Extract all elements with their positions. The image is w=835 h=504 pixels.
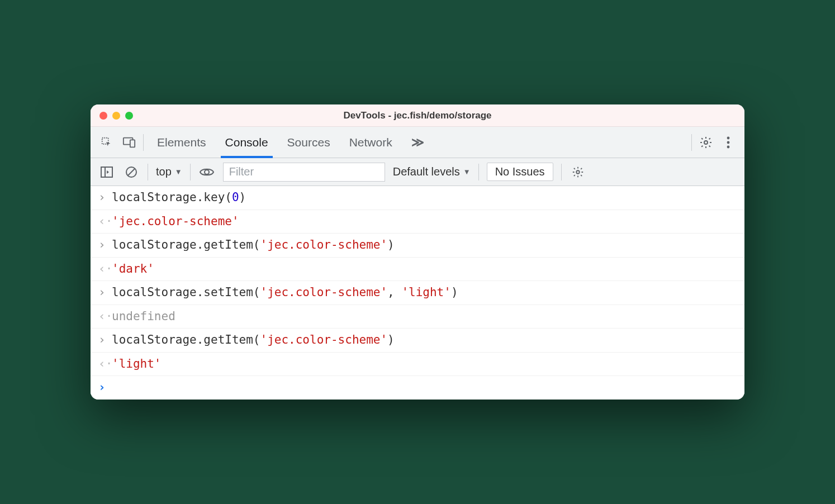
svg-point-3 bbox=[704, 141, 708, 144]
console-row: ‹·'jec.color-scheme' bbox=[91, 210, 744, 234]
close-window-button[interactable] bbox=[99, 112, 107, 120]
svg-rect-2 bbox=[130, 140, 135, 147]
input-marker-icon: › bbox=[98, 284, 112, 302]
console-row: ›localStorage.setItem('jec.color-scheme'… bbox=[91, 281, 744, 305]
console-row: ‹·'dark' bbox=[91, 258, 744, 282]
titlebar: DevTools - jec.fish/demo/storage bbox=[91, 104, 744, 127]
console-line: 'light' bbox=[112, 355, 737, 373]
console-toolbar: top ▼ Default levels ▼ No Issues bbox=[91, 158, 744, 186]
console-line: localStorage.getItem('jec.color-scheme') bbox=[112, 236, 737, 254]
main-toolbar: Elements Console Sources Network ≫ bbox=[91, 127, 744, 158]
svg-point-12 bbox=[576, 170, 580, 174]
devtools-window: DevTools - jec.fish/demo/storage Element… bbox=[91, 104, 744, 400]
console-line: 'dark' bbox=[112, 260, 737, 278]
console-input-line[interactable] bbox=[112, 379, 737, 397]
toggle-sidebar-icon[interactable] bbox=[98, 164, 115, 180]
window-title: DevTools - jec.fish/demo/storage bbox=[91, 110, 744, 121]
output-marker-icon: ‹· bbox=[98, 355, 112, 373]
output-marker-icon: ‹· bbox=[98, 213, 112, 231]
console-row: ›localStorage.getItem('jec.color-scheme'… bbox=[91, 329, 744, 353]
prompt-marker-icon: › bbox=[98, 379, 112, 397]
chevron-down-icon: ▼ bbox=[463, 168, 471, 176]
svg-point-6 bbox=[727, 145, 730, 148]
console-row: › bbox=[91, 376, 744, 400]
toolbar-divider bbox=[190, 164, 191, 180]
clear-console-icon[interactable] bbox=[123, 164, 140, 180]
filter-input[interactable] bbox=[223, 163, 385, 182]
log-levels-selector[interactable]: Default levels ▼ bbox=[393, 165, 471, 178]
chevron-down-icon: ▼ bbox=[175, 168, 182, 176]
toolbar-divider bbox=[148, 164, 148, 180]
svg-point-5 bbox=[727, 141, 730, 144]
svg-point-11 bbox=[205, 170, 209, 174]
tabs-overflow-icon[interactable]: ≫ bbox=[411, 135, 424, 150]
input-marker-icon: › bbox=[98, 189, 112, 207]
tab-sources[interactable]: Sources bbox=[287, 127, 330, 158]
live-expression-eye-icon[interactable] bbox=[198, 164, 215, 180]
tab-elements[interactable]: Elements bbox=[157, 127, 206, 158]
console-line: 'jec.color-scheme' bbox=[112, 213, 737, 231]
kebab-menu-icon[interactable] bbox=[720, 134, 737, 151]
device-toolbar-icon[interactable] bbox=[121, 134, 137, 151]
toolbar-divider bbox=[691, 134, 692, 151]
svg-point-4 bbox=[727, 136, 730, 139]
panel-tabs: Elements Console Sources Network ≫ bbox=[157, 127, 424, 158]
tab-network[interactable]: Network bbox=[349, 127, 392, 158]
console-row: ›localStorage.key(0) bbox=[91, 186, 744, 210]
toolbar-divider bbox=[561, 164, 562, 180]
inspect-element-icon[interactable] bbox=[98, 134, 115, 151]
output-marker-icon: ‹· bbox=[98, 308, 112, 326]
maximize-window-button[interactable] bbox=[125, 112, 133, 120]
toolbar-divider bbox=[478, 164, 479, 180]
traffic-lights bbox=[99, 112, 133, 120]
svg-line-10 bbox=[128, 169, 135, 175]
input-marker-icon: › bbox=[98, 236, 112, 254]
console-row: ‹·undefined bbox=[91, 305, 744, 329]
console-line: localStorage.key(0) bbox=[112, 189, 737, 207]
console-settings-gear-icon[interactable] bbox=[570, 164, 586, 180]
settings-gear-icon[interactable] bbox=[698, 134, 714, 151]
output-marker-icon: ‹· bbox=[98, 260, 112, 278]
console-line: undefined bbox=[112, 308, 737, 326]
tab-console[interactable]: Console bbox=[225, 127, 268, 158]
issues-button[interactable]: No Issues bbox=[487, 163, 553, 181]
console-row: ‹·'light' bbox=[91, 353, 744, 377]
input-marker-icon: › bbox=[98, 331, 112, 349]
minimize-window-button[interactable] bbox=[112, 112, 120, 120]
context-label: top bbox=[156, 165, 172, 178]
console-line: localStorage.getItem('jec.color-scheme') bbox=[112, 331, 737, 349]
console-row: ›localStorage.getItem('jec.color-scheme'… bbox=[91, 234, 744, 258]
toolbar-divider bbox=[143, 134, 144, 151]
console-output[interactable]: ›localStorage.key(0)‹·'jec.color-scheme'… bbox=[91, 186, 744, 400]
context-selector[interactable]: top ▼ bbox=[156, 165, 182, 178]
console-line: localStorage.setItem('jec.color-scheme',… bbox=[112, 284, 737, 302]
levels-label: Default levels bbox=[393, 165, 460, 178]
